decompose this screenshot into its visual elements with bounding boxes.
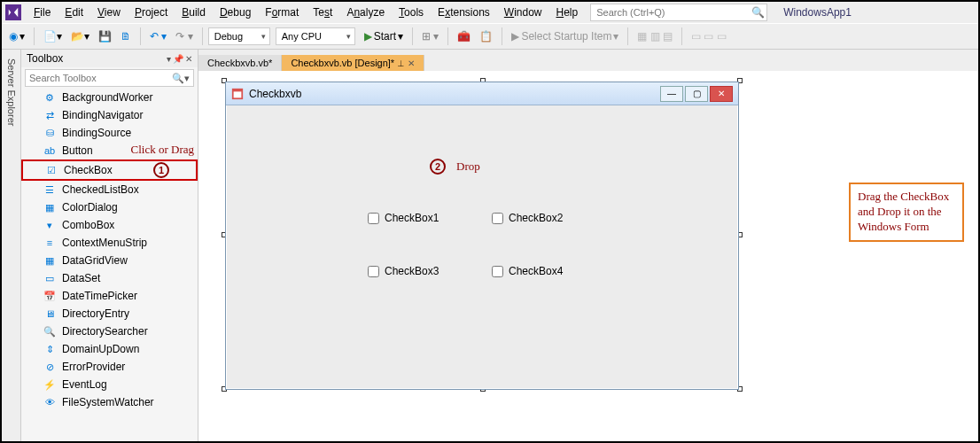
global-search-input[interactable]: [591, 7, 749, 18]
toolbox-item[interactable]: ▦DataGridView: [21, 252, 198, 269]
menu-project[interactable]: Project: [128, 4, 175, 21]
layout-button[interactable]: ⊞ ▾: [418, 28, 442, 44]
domainupdown-icon: ⇕: [43, 342, 57, 356]
binding-nav-icon: ⇄: [43, 108, 57, 122]
menu-extensions[interactable]: Extensions: [431, 4, 497, 21]
dirsearch-icon: 🔍: [43, 324, 57, 338]
toolbox-item[interactable]: 🖥DirectoryEntry: [21, 305, 198, 323]
toolbox-panel: Toolbox ▾ 📌 ✕ 🔍▾ ⚙BackgroundWorker ⇄Bind…: [21, 50, 198, 441]
toolbox-item[interactable]: ⚙BackgroundWorker: [21, 89, 198, 106]
toolbox-item[interactable]: ≡ContextMenuStrip: [21, 234, 198, 252]
eventlog-icon: ⚡: [43, 377, 57, 392]
toolbox-item[interactable]: ▦ColorDialog: [21, 198, 198, 216]
align-tools[interactable]: ▦ ▥ ▤: [634, 28, 676, 44]
menu-help[interactable]: Help: [549, 4, 586, 21]
save-button[interactable]: 💾: [95, 28, 115, 44]
toolbox-item[interactable]: ☰CheckedListBox: [21, 181, 198, 198]
contextmenu-icon: ≡: [43, 236, 57, 250]
errorprovider-icon: ⊘: [43, 360, 57, 374]
toolbox-item[interactable]: ▾ComboBox: [21, 216, 198, 234]
configuration-dropdown[interactable]: Debug: [208, 27, 270, 45]
checkbox1[interactable]: CheckBox1: [368, 212, 439, 224]
toolbox-item[interactable]: 🔍DirectorySearcher: [21, 323, 198, 340]
checkbox2[interactable]: CheckBox2: [492, 212, 563, 224]
toolbox-item[interactable]: ⇄BindingNavigator: [21, 106, 198, 124]
platform-dropdown[interactable]: Any CPU: [276, 27, 355, 45]
menu-view[interactable]: View: [90, 4, 128, 21]
toolbox-search-input[interactable]: [26, 73, 168, 83]
combobox-icon: ▾: [43, 218, 57, 232]
annotation-instruction-box: Drag the CheckBox and Drop it on the Win…: [849, 183, 964, 242]
toolbox-item[interactable]: ⊘ErrorProvider: [21, 358, 198, 376]
toolbox-item[interactable]: ⛁BindingSource: [21, 124, 198, 142]
solution-name: WindowsApp1: [783, 6, 852, 19]
menu-analyze[interactable]: Analyze: [339, 4, 392, 21]
toolbox-item[interactable]: 👁FileSystemWatcher: [21, 393, 198, 411]
tab-code[interactable]: Checkbxvb.vb*: [198, 55, 282, 71]
form-client-area[interactable]: 2 Drop CheckBox1 CheckBox2 CheckBox3 Che…: [226, 105, 738, 389]
toolbox-dropdown-icon[interactable]: ▾: [167, 54, 171, 64]
menu-window[interactable]: Window: [497, 4, 549, 21]
tab-pin-icon[interactable]: ⟂: [398, 58, 404, 68]
annotation-step-2: 2: [430, 159, 446, 175]
open-button[interactable]: 📂▾: [67, 28, 93, 44]
toolbox-button[interactable]: 🧰: [454, 28, 474, 44]
start-button[interactable]: ▶ Start ▾: [361, 28, 407, 44]
form-icon: [231, 88, 244, 100]
document-tabs: Checkbxvb.vb* Checkbxvb.vb [Design]* ⟂ ✕: [198, 50, 978, 71]
toolbox-search[interactable]: 🔍▾: [25, 69, 194, 87]
toolbox-item[interactable]: ▭DataSet: [21, 269, 198, 287]
gear-icon: ⚙: [43, 90, 57, 105]
redo-button[interactable]: ↷ ▾: [172, 28, 196, 44]
search-icon[interactable]: 🔍: [749, 6, 766, 19]
checkbox4[interactable]: CheckBox4: [492, 265, 563, 277]
save-all-button[interactable]: 🗎: [117, 28, 135, 44]
toolbox-close-icon[interactable]: ✕: [185, 54, 192, 64]
toolbox-list: ⚙BackgroundWorker ⇄BindingNavigator ⛁Bin…: [21, 89, 198, 441]
menu-build[interactable]: Build: [175, 4, 213, 21]
checkbox-icon: ☑: [44, 163, 58, 177]
checkedlist-icon: ☰: [43, 183, 57, 197]
annotation-drop: 2 Drop: [430, 159, 480, 175]
toolbox-item[interactable]: ⚡EventLog: [21, 376, 198, 393]
checkbox3[interactable]: CheckBox3: [368, 265, 439, 277]
toolbox-item[interactable]: ⇕DomainUpDown: [21, 340, 198, 358]
form-titlebar: Checkbxvb — ▢ ✕: [226, 82, 738, 105]
menu-tools[interactable]: Tools: [392, 4, 431, 21]
spacing-tools[interactable]: ▭ ▭ ▭: [688, 28, 730, 44]
direntry-icon: 🖥: [43, 307, 57, 321]
annotation-step-1: 1: [153, 162, 169, 178]
toolbox-pin-icon[interactable]: 📌: [173, 54, 183, 64]
undo-button[interactable]: ↶ ▾: [146, 28, 170, 44]
startup-item-button[interactable]: ▶ Select Startup Item ▾: [508, 28, 622, 44]
datetime-icon: 📅: [43, 289, 57, 303]
menu-test[interactable]: Test: [306, 4, 339, 21]
content-area: Server Explorer Toolbox ▾ 📌 ✕ 🔍▾ ⚙Backgr…: [2, 50, 978, 441]
minimize-button[interactable]: —: [660, 86, 683, 102]
properties-button[interactable]: 📋: [476, 28, 496, 44]
windows-form[interactable]: Checkbxvb — ▢ ✕ 2 Drop CheckBox1 CheckBo…: [225, 82, 739, 390]
main-toolbar: ◉ ▾ 📄▾ 📂▾ 💾 🗎 ↶ ▾ ↷ ▾ Debug Any CPU ▶ St…: [2, 23, 978, 50]
close-button[interactable]: ✕: [710, 86, 733, 102]
binding-source-icon: ⛁: [43, 126, 57, 140]
menu-debug[interactable]: Debug: [213, 4, 258, 21]
menu-format[interactable]: Format: [258, 4, 306, 21]
new-item-button[interactable]: 📄▾: [40, 28, 66, 44]
tab-design[interactable]: Checkbxvb.vb [Design]* ⟂ ✕: [282, 55, 424, 71]
global-search[interactable]: 🔍: [590, 4, 767, 21]
back-button[interactable]: ◉ ▾: [5, 28, 28, 44]
maximize-button[interactable]: ▢: [685, 86, 708, 102]
menu-edit[interactable]: Edit: [58, 4, 90, 21]
toolbox-item[interactable]: 📅DateTimePicker: [21, 287, 198, 305]
form-designer-host[interactable]: Checkbxvb — ▢ ✕ 2 Drop CheckBox1 CheckBo…: [225, 82, 739, 390]
server-explorer-tab[interactable]: Server Explorer: [2, 50, 21, 441]
toolbox-item-checkbox[interactable]: ☑CheckBox 1: [21, 159, 198, 181]
tab-close-icon[interactable]: ✕: [408, 58, 415, 68]
toolbox-title: Toolbox: [27, 52, 63, 65]
toolbox-item-button[interactable]: abButton Click or Drag: [21, 142, 198, 159]
toolbox-header: Toolbox ▾ 📌 ✕: [21, 50, 198, 67]
button-icon: ab: [43, 144, 57, 158]
vs-logo-icon: [5, 4, 21, 20]
menu-file[interactable]: FFileile: [27, 4, 58, 21]
annotation-click-drag: Click or Drag: [131, 143, 194, 157]
